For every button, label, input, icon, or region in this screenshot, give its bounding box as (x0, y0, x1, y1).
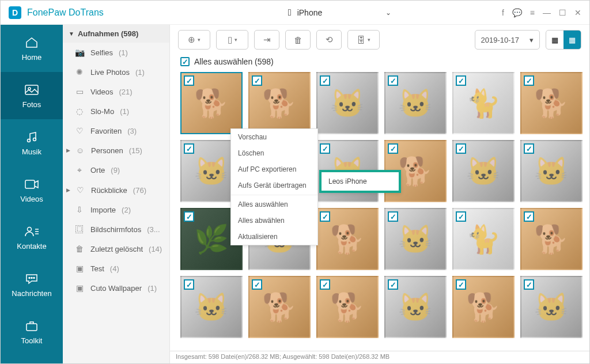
svg-rect-0 (25, 85, 38, 94)
photo-thumbnail[interactable]: 🐱✓ (384, 72, 447, 134)
thumb-checkbox[interactable]: ✓ (320, 279, 330, 290)
add-button[interactable]: ⊕▾ (178, 30, 210, 50)
photo-thumbnail[interactable]: 🐕✓ (248, 72, 311, 134)
title-bar: D FonePaw DoTrans  iPhone ⌄ f 💬 ≡ — ☐ ✕ (1, 1, 589, 25)
sidebar-item[interactable]: ◌Slo-Mo (1) (63, 101, 169, 121)
thumb-checkbox[interactable]: ✓ (184, 143, 194, 154)
thumb-checkbox[interactable]: ✓ (252, 75, 262, 86)
photo-thumbnail[interactable]: 🐱✓ (316, 72, 379, 134)
sidebar-item[interactable]: 🗑Zuletzt gelöscht (14) (63, 239, 169, 259)
nav-musik[interactable]: Musik (1, 119, 63, 166)
photo-thumbnail[interactable]: 🐕✓ (316, 208, 379, 270)
thumb-checkbox[interactable]: ✓ (456, 279, 466, 290)
to-device-button[interactable]: ▯▾ (216, 30, 248, 50)
maximize-icon[interactable]: ☐ (559, 8, 566, 17)
nav-kontakte[interactable]: Kontakte (1, 214, 63, 261)
sidebar-header[interactable]: ▼ Aufnahmen (598) (63, 25, 169, 43)
sidebar-item[interactable]: ▣Test (4) (63, 259, 169, 278)
select-all-checkbox[interactable]: ✓ (180, 57, 190, 66)
thumb-checkbox[interactable]: ✓ (184, 279, 194, 290)
photo-thumbnail[interactable]: 🐕✓ (520, 72, 583, 134)
thumb-checkbox[interactable]: ✓ (456, 75, 466, 86)
nav-nachrichten[interactable]: Nachrichten (1, 261, 63, 308)
nav-videos[interactable]: Videos (1, 166, 63, 214)
thumb-checkbox[interactable]: ✓ (252, 279, 262, 290)
sidebar-item[interactable]: ▶☺Personen (15) (63, 141, 169, 160)
menu-select-all[interactable]: Alles auswählen (231, 196, 317, 213)
sidebar-item[interactable]: 📷Selfies (1) (63, 43, 169, 62)
sidebar-item[interactable]: ▣Cuto Wallpaper (1) (63, 278, 169, 298)
thumb-checkbox[interactable]: ✓ (320, 143, 330, 154)
category-count: (1) (120, 107, 129, 116)
photo-thumbnail[interactable]: 🐱✓ (452, 140, 515, 202)
menu-deselect-all[interactable]: Alles abwählen (231, 213, 317, 229)
photo-thumbnail[interactable]: 🐈✓ (452, 208, 515, 270)
trash-icon: 🗑 (294, 35, 302, 45)
menu-export-pc[interactable]: Auf PC exportieren (231, 161, 317, 177)
thumb-checkbox[interactable]: ✓ (524, 75, 534, 86)
nav-home[interactable]: Home (1, 25, 63, 72)
messages-icon (24, 272, 40, 286)
photo-thumbnail[interactable]: 🐱✓ (384, 276, 447, 338)
home-icon (24, 36, 40, 50)
thumb-checkbox[interactable]: ✓ (320, 211, 330, 222)
sidebar-item[interactable]: ⿴Bildschirmfotos (3... (63, 219, 169, 239)
facebook-icon[interactable]: f (502, 8, 504, 17)
date-filter[interactable]: 2019-10-17 ▾ (475, 30, 540, 50)
feedback-icon[interactable]: 💬 (512, 8, 522, 17)
photo-thumbnail[interactable]: 🐕✓ (452, 276, 515, 338)
thumb-checkbox[interactable]: ✓ (388, 279, 398, 290)
svg-point-5 (28, 227, 32, 231)
close-icon[interactable]: ✕ (574, 8, 581, 17)
window-controls: f 💬 ≡ — ☐ ✕ (502, 8, 581, 17)
thumb-checkbox[interactable]: ✓ (320, 75, 330, 86)
photo-thumbnail[interactable]: 🐕✓ (520, 208, 583, 270)
delete-button[interactable]: 🗑 (285, 30, 311, 50)
category-icon: 📷 (74, 48, 85, 57)
minimize-icon[interactable]: — (543, 8, 551, 17)
thumb-checkbox[interactable]: ✓ (388, 143, 398, 154)
thumb-checkbox[interactable]: ✓ (184, 75, 194, 86)
photo-thumbnail[interactable]: 🐕✓ (248, 276, 311, 338)
sidebar-item[interactable]: ✺Live Photos (1) (63, 62, 169, 82)
nav-fotos[interactable]: Fotos (1, 72, 63, 119)
photo-thumbnail[interactable]: 🐈✓ (452, 72, 515, 134)
photo-thumbnail[interactable]: 🐕✓ (316, 276, 379, 338)
category-count: (14) (149, 245, 162, 253)
category-icon: 🗑 (74, 244, 85, 253)
thumb-checkbox[interactable]: ✓ (388, 211, 398, 222)
svg-rect-12 (27, 324, 37, 331)
thumb-checkbox[interactable]: ✓ (524, 143, 534, 154)
menu-transfer-device[interactable]: Aufs Gerät übertragen (231, 177, 317, 194)
grid-small-view[interactable]: ▦ (546, 31, 563, 49)
photo-thumbnail[interactable]: 🐕✓ (180, 72, 243, 134)
photo-thumbnail[interactable]: 🐱✓ (384, 208, 447, 270)
photo-thumbnail[interactable]: 🐱✓ (180, 276, 243, 338)
menu-preview[interactable]: Vorschau (231, 129, 317, 145)
thumb-checkbox[interactable]: ✓ (456, 211, 466, 222)
menu-refresh[interactable]: Aktualisieren (231, 229, 317, 245)
photo-thumbnail[interactable]: 🐱✓ (520, 276, 583, 338)
grid-large-view[interactable]: ▦ (563, 31, 581, 49)
thumb-checkbox[interactable]: ✓ (456, 143, 466, 154)
submenu-device[interactable]: Leos iPhone (319, 170, 401, 193)
select-all-row[interactable]: ✓ Alles auswählen (598) (170, 55, 589, 72)
sidebar-item[interactable]: ▶♡Rückblicke (76) (63, 180, 169, 200)
menu-icon[interactable]: ≡ (530, 8, 535, 17)
toolbox-button[interactable]: 🗄▾ (347, 30, 380, 50)
thumb-checkbox[interactable]: ✓ (184, 211, 194, 222)
thumb-checkbox[interactable]: ✓ (524, 279, 534, 290)
device-selector[interactable]:  iPhone ⌄ (288, 7, 391, 18)
menu-delete[interactable]: Löschen (231, 145, 317, 161)
nav-toolkit[interactable]: Toolkit (1, 308, 63, 355)
sidebar-item[interactable]: ⇩Importe (2) (63, 200, 169, 219)
refresh-button[interactable]: ⟲ (316, 30, 342, 50)
thumb-checkbox[interactable]: ✓ (524, 211, 534, 222)
to-pc-button[interactable]: ⇥ (254, 30, 279, 50)
category-label: Test (90, 264, 104, 273)
sidebar-item[interactable]: ▭Videos (21) (63, 82, 169, 101)
photo-thumbnail[interactable]: 🐱✓ (520, 140, 583, 202)
sidebar-item[interactable]: ♡Favoriten (3) (63, 121, 169, 141)
thumb-checkbox[interactable]: ✓ (388, 75, 398, 86)
sidebar-item[interactable]: ⌖Orte (9) (63, 160, 169, 180)
